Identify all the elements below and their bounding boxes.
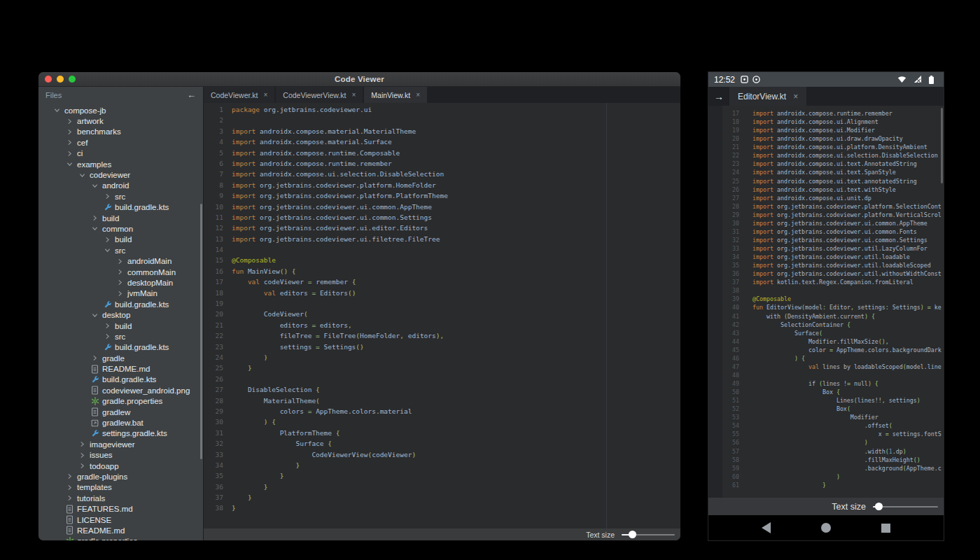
tree-item[interactable]: examples	[38, 159, 203, 169]
code-text: with (DensityAmbient.current) {	[739, 312, 875, 321]
chevron-right-icon[interactable]	[65, 117, 74, 126]
tree-item[interactable]: templates	[38, 482, 203, 493]
tree-item[interactable]: build	[38, 213, 203, 223]
text-size-slider[interactable]	[873, 503, 938, 510]
tree-item[interactable]: FEATURES.md	[38, 503, 203, 514]
tree-item[interactable]: issues	[38, 450, 203, 461]
tree-item[interactable]: src	[38, 191, 203, 202]
tree-item[interactable]: common	[38, 223, 203, 234]
chevron-right-icon[interactable]	[65, 483, 74, 492]
forward-arrow-icon[interactable]: →	[708, 87, 729, 106]
chevron-down-icon[interactable]	[65, 160, 74, 169]
chevron-right-icon[interactable]	[78, 461, 87, 470]
chevron-right-icon[interactable]	[103, 321, 112, 330]
tree-item[interactable]: desktopMain	[38, 277, 203, 288]
tree-item[interactable]: jvmMain	[38, 288, 203, 299]
chevron-right-icon[interactable]	[78, 440, 87, 449]
tree-item[interactable]: build.gradle.kts	[38, 202, 203, 213]
phone-scrollbar[interactable]	[941, 108, 943, 183]
text-size-slider[interactable]	[622, 531, 675, 538]
line-number: 3	[204, 126, 223, 136]
tree-item[interactable]: gradlew	[38, 407, 203, 417]
chevron-right-icon[interactable]	[115, 278, 125, 287]
code-text: package org.jetbrains.codeviewer.ui	[223, 104, 372, 115]
tree-item[interactable]: androidMain	[38, 255, 203, 266]
close-icon[interactable]: ×	[416, 92, 420, 99]
chevron-right-icon[interactable]	[115, 289, 125, 298]
tree-item[interactable]: gradle.properties	[38, 536, 203, 540]
tree-item[interactable]: gradlew.bat	[38, 417, 203, 428]
code-text: }	[739, 481, 826, 489]
tree-item[interactable]: tutorials	[38, 493, 203, 503]
chevron-right-icon[interactable]	[65, 138, 74, 147]
tree-item[interactable]: README.md	[38, 363, 203, 374]
chevron-down-icon[interactable]	[90, 224, 99, 233]
tab-codeviewer-kt[interactable]: CodeViewer.kt×	[204, 87, 274, 103]
window-titlebar[interactable]: Code Viewer	[38, 72, 680, 87]
tree-item[interactable]: imageviewer	[38, 439, 203, 449]
tree-item[interactable]: README.md	[38, 525, 203, 536]
tab-codeviewerview-kt[interactable]: CodeViewerView.kt×	[276, 87, 363, 103]
code-line: 36 }	[204, 482, 680, 492]
tree-item[interactable]: src	[38, 245, 203, 255]
tree-item[interactable]: todoapp	[38, 461, 203, 471]
close-icon[interactable]: ×	[264, 92, 268, 99]
tree-item[interactable]: android	[38, 181, 203, 191]
code-text: import org.jetbrains.codeviewer.ui.commo…	[223, 212, 432, 223]
close-icon[interactable]: ×	[793, 92, 798, 101]
tab-editorview[interactable]: EditorView.kt ×	[729, 87, 806, 106]
tree-item[interactable]: build	[38, 234, 203, 245]
chevron-right-icon[interactable]	[65, 127, 74, 136]
tree-item[interactable]: ci	[38, 148, 203, 159]
chevron-right-icon[interactable]	[65, 149, 74, 158]
tree-item[interactable]: build	[38, 321, 203, 331]
collapse-sidebar-icon[interactable]: ←	[187, 90, 196, 99]
chevron-right-icon[interactable]	[103, 192, 112, 201]
chevron-right-icon[interactable]	[65, 472, 74, 481]
tree-item[interactable]: gradle.properties	[38, 396, 203, 407]
tree-item[interactable]: codeviewer_android.png	[38, 385, 203, 396]
chevron-right-icon[interactable]	[90, 354, 99, 363]
tree-item[interactable]: compose-jb	[38, 105, 203, 115]
slider-thumb[interactable]	[629, 531, 636, 538]
slider-thumb[interactable]	[875, 503, 883, 510]
code-line: 46 ) {	[708, 354, 944, 363]
tree-item[interactable]: build.gradle.kts	[38, 299, 203, 309]
chevron-down-icon[interactable]	[90, 311, 99, 320]
chevron-right-icon[interactable]	[115, 267, 125, 276]
chevron-right-icon[interactable]	[115, 257, 125, 266]
tree-item[interactable]: settings.gradle.kts	[38, 428, 203, 439]
tree-item[interactable]: codeviewer	[38, 169, 203, 180]
chevron-right-icon[interactable]	[103, 332, 112, 341]
tab-mainview-kt[interactable]: MainView.kt×	[364, 87, 427, 103]
tree-item[interactable]: build.gradle.kts	[38, 374, 203, 385]
tree-item[interactable]: gradle-plugins	[38, 471, 203, 482]
code-text: val editors = Editors()	[223, 288, 356, 298]
chevron-right-icon[interactable]	[65, 493, 74, 503]
chevron-right-icon[interactable]	[90, 214, 99, 223]
code-text: }	[223, 460, 300, 470]
tree-item[interactable]: build.gradle.kts	[38, 342, 203, 353]
tree-item[interactable]: src	[38, 331, 203, 342]
sidebar-scrollbar[interactable]	[200, 204, 202, 459]
tree-item[interactable]: LICENSE	[38, 514, 203, 525]
chevron-down-icon[interactable]	[52, 106, 62, 115]
back-button[interactable]	[762, 522, 771, 533]
tree-item[interactable]: benchmarks	[38, 127, 203, 137]
code-editor[interactable]: 1package org.jetbrains.codeviewer.ui23im…	[204, 103, 680, 528]
chevron-right-icon[interactable]	[103, 235, 112, 244]
tree-item[interactable]: commonMain	[38, 267, 203, 277]
tree-item[interactable]: cef	[38, 137, 203, 148]
phone-code-editor[interactable]: 17import androidx.compose.runtime.rememb…	[708, 106, 944, 498]
tree-item[interactable]: desktop	[38, 309, 203, 320]
tree-item[interactable]: artwork	[38, 115, 203, 126]
code-line: 2	[204, 115, 680, 125]
home-button[interactable]	[821, 523, 831, 533]
tree-item[interactable]: gradle	[38, 353, 203, 363]
chevron-down-icon[interactable]	[103, 246, 112, 255]
chevron-right-icon[interactable]	[78, 451, 87, 460]
chevron-down-icon[interactable]	[78, 171, 87, 180]
recents-button[interactable]	[881, 524, 890, 533]
close-icon[interactable]: ×	[351, 92, 356, 99]
chevron-down-icon[interactable]	[90, 181, 99, 190]
